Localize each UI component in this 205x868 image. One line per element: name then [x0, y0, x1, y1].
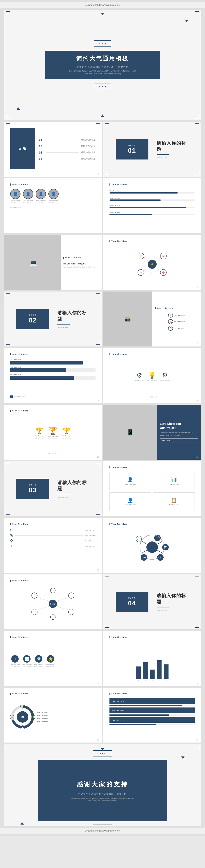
edge-2	[156, 258, 160, 261]
slide-nodes: Your Title Here Center	[4, 575, 102, 629]
bar-track-2	[110, 199, 195, 201]
avatar-4: 👤	[48, 189, 59, 199]
toc-text-2: 请输入你的标题	[81, 145, 95, 148]
page-num-bars: 4	[198, 229, 199, 232]
gear-icon-1: ⚙	[136, 371, 142, 379]
project-tag: Your Title Here	[63, 257, 99, 259]
part03-content: PART 03 请输入你的标题 Your Title Here	[4, 461, 102, 516]
part01-title: 请输入你的标题	[157, 140, 188, 152]
person-3: 👤 Your Title Here Your Title Here	[36, 189, 46, 204]
part04-deco-tr	[195, 576, 199, 580]
hbar-1: Your Title Here	[10, 359, 95, 365]
dark-bars-list: Your Title Here Your Title Here Your Tit…	[110, 698, 195, 725]
swot-s-line	[15, 530, 83, 530]
cover-subtitle-en2: Make Your PowerPoint Presentation Amazin…	[55, 73, 150, 75]
row-bars2-gears: Your Title Here Your Title Here Your Tit…	[4, 348, 201, 403]
slide-cover: ✦ ✦ ✦ 简约大气通用模板 框架完善 / 逻辑明晰 / 计划总结 / 商业计划…	[4, 9, 201, 120]
toc-item-3: 03 请输入你的标题	[39, 151, 95, 154]
hbar-track-2	[10, 368, 95, 372]
thanks-inner: ✦ ✦ ✦ 感谢大家的支持 框架完善 / 逻辑明晰 / 计划总结 / 商业计划 …	[4, 744, 201, 826]
bar-col-label-3: C	[151, 679, 152, 681]
row-wheel-pbars: Your Title Here 📊 🔒 💡 📋	[4, 688, 201, 743]
page-num-stats: 19	[97, 682, 99, 684]
gear-item-3: ⚙ Your Title Here	[160, 371, 170, 381]
edge-n1	[37, 598, 50, 601]
deco-corner-br	[195, 114, 199, 118]
dark-bars-tag: Your Title Here	[110, 693, 195, 695]
trophy-tag: Your Title Here	[10, 410, 95, 412]
wheel-inner: 📊 🔒 💡 📋 ⚙ Your Title He	[10, 696, 95, 737]
collage-row-3: 🎵 Your Title Here	[168, 326, 185, 331]
stat-icon-2: 📊	[23, 655, 31, 662]
toc-title-box: 目录	[10, 128, 35, 169]
bar-item-1: Your Title Here	[110, 190, 195, 193]
bar-track-4	[110, 214, 195, 215]
stat-item-2: 📊 Your Title Here Your Title Here	[22, 655, 32, 667]
node-outer-2	[68, 593, 74, 598]
person-2: 👤 Your Title Here Your Title Here	[23, 189, 33, 204]
node-outer-5	[51, 588, 55, 593]
dark-bar-label-3: Your Title Here	[112, 719, 124, 721]
swot-list-content: Your Title Here S Your Title Here W Your…	[4, 518, 102, 573]
node-outer-1	[32, 593, 37, 598]
copyright-bottom: Copyright © http://www.pptstore.net	[0, 828, 205, 834]
slide-network: Your Title Here 🔒 💡 📊 ✉	[103, 235, 201, 290]
hbars-list: Your Title Here Your Title Here Your Tit…	[10, 359, 95, 380]
trophy-content: Your Title Here 🏆 Your Title Here Your T…	[4, 405, 102, 460]
toc-num-3: 03	[39, 151, 44, 154]
swot-s-letter: S	[10, 528, 13, 532]
gears-content: Your Title Here ⚙ Your Title Here 💡 Your…	[103, 348, 201, 403]
svg-text:🔒: 🔒	[22, 706, 24, 708]
nodes-svg: Center	[26, 587, 80, 620]
collage-label-1: Your Title Here	[174, 314, 185, 316]
trophy-item-1: 🏆 Your Title Here Your Title Here	[35, 427, 44, 439]
node-outer-3	[32, 609, 37, 615]
icon-box-icon-3: 👤	[127, 498, 133, 503]
network-content: Your Title Here 🔒 💡 📊 ✉	[103, 235, 201, 290]
gears-tag: Your Title Here	[110, 353, 195, 355]
swot-o-letter: O	[10, 539, 13, 542]
bar-rect-3	[150, 670, 154, 679]
stat-sub-4: Your Title Here	[46, 666, 55, 667]
part02-box: PART 02	[17, 309, 49, 329]
svg-text:Center: Center	[50, 603, 56, 605]
dark-bar-fill-3	[110, 724, 156, 725]
part02-deco-tl	[6, 293, 10, 297]
part03-line	[57, 494, 70, 494]
trophy-item-3: 🏆 Your Title Here Your Title Here	[62, 427, 71, 439]
part01-deco-bl	[105, 171, 109, 175]
part02-content: PART 02 请输入你的标题 Your Title Here	[4, 291, 102, 346]
wheel-label-3: Your Title Here	[37, 717, 48, 719]
network-svg: 🔒 💡 📊 ✉ 🎯	[131, 248, 173, 281]
stat-sub-1: Your Title Here	[10, 666, 20, 667]
stat-icon-3: 💎	[35, 655, 42, 662]
bar-rect-2	[143, 662, 148, 679]
trophy-icons: 🏆 Your Title Here Your Title Here 🏆 Your…	[10, 413, 95, 453]
part04-label: PART	[123, 597, 141, 599]
toc-line-2	[46, 146, 79, 146]
swot-o-row: O Your Title Here	[10, 539, 95, 542]
bar-label-2: Your Title Here	[110, 197, 195, 199]
dark-bar-track-2	[110, 714, 195, 716]
pptstore-wm: PPTSTORE	[10, 453, 95, 455]
slide-gears: Your Title Here ⚙ Your Title Here 💡 Your…	[103, 348, 201, 403]
hbars-footer: Your Title Here	[10, 396, 95, 398]
trophy-icon-1: 🏆	[35, 427, 43, 434]
collage-label-3: Your Title Here	[174, 328, 185, 329]
thanks-title: 感谢大家的支持	[77, 780, 128, 789]
slide-stats-icons: Your Title Here ✈ Your Title Here Your T…	[4, 631, 102, 686]
collage-tag: Your Title Here	[155, 307, 198, 309]
read-more-button[interactable]: Read More	[160, 438, 198, 442]
thanks-subtitle-en2: Your PowerPoint Presentation Amazing!	[88, 799, 117, 801]
deco-tri-right	[185, 20, 188, 22]
hbars-legend-icon	[10, 396, 13, 398]
trophy-sub-2: Your Title Here	[48, 438, 58, 439]
bar-item-2: Your Title Here	[110, 197, 195, 201]
row-nodes-part04: Your Title Here Center	[4, 575, 201, 629]
deco-corner-bl	[6, 114, 10, 118]
page-num-trophy: 11	[97, 456, 99, 458]
icon-box-3: 👤 Your Title Here	[110, 492, 151, 511]
row-trophy-show: Your Title Here 🏆 Your Title Here Your T…	[4, 405, 201, 460]
avatar-label-4: Your Title Here	[49, 200, 58, 201]
icon-boxes-grid: 👤 Your Title Here 📊 Your Title Here 👤 Yo…	[110, 472, 195, 511]
